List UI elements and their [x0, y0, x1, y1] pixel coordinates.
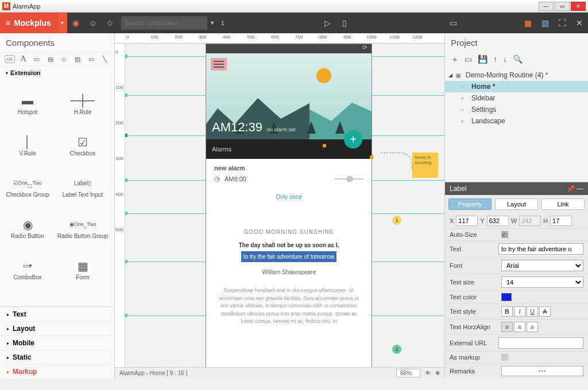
star-icon[interactable]: ☆ [102, 13, 119, 33]
window-close-button[interactable]: ✕ [571, 2, 586, 11]
design-canvas[interactable]: ⟳ AM12:39no alarm set Alarms + new alarm [125, 44, 444, 367]
comp-vrule[interactable]: │V.Rule [0, 124, 55, 166]
text-a-icon[interactable]: A [18, 55, 29, 63]
italic-button[interactable]: I [514, 306, 525, 317]
add-alarm-button[interactable]: + [344, 130, 362, 149]
play-icon[interactable]: ▷ [319, 13, 336, 33]
ok-icon[interactable]: OK [5, 55, 15, 63]
smile-shape-icon[interactable]: ☺ [59, 55, 69, 63]
tab-layout[interactable]: Layout [495, 198, 538, 210]
tab-link[interactable]: Link [541, 198, 585, 210]
cat-text[interactable]: ▸Text [0, 307, 114, 321]
save-icon[interactable]: 💾 [478, 54, 488, 65]
cat-layout[interactable]: ▸Layout [0, 321, 114, 336]
project-panel: Project ＋ ▭ 💾 ↑ ↓ 🔍 ◢▣Demo-Moring Routin… [444, 33, 588, 379]
markup-checkbox[interactable] [501, 354, 508, 361]
pan-icon[interactable]: ✥ [435, 370, 440, 376]
bold-button[interactable]: B [501, 306, 513, 317]
url-input[interactable] [498, 337, 583, 349]
properties-title[interactable]: Label📌 — [445, 182, 588, 195]
remarks-button[interactable]: ⋯ [501, 366, 583, 376]
poem-line2-selected[interactable]: to try the fair adventure of tomorrow [241, 251, 336, 262]
comp-checkbox-group[interactable]: ☑ One☐ TwoCheckbox Group [0, 166, 55, 207]
comp-hrule[interactable]: ─┼─H.Rule [55, 83, 110, 124]
tab-property[interactable]: Property [448, 198, 492, 210]
color-swatch[interactable] [501, 293, 512, 301]
window-minimize-button[interactable]: — [539, 2, 554, 11]
image-shape-icon[interactable]: ▨ [72, 55, 83, 63]
alarm-row[interactable]: new alarm ◷AM8:00 [206, 159, 372, 188]
selection-handle[interactable] [323, 144, 326, 147]
fullscreen-icon[interactable]: ⛶ [554, 13, 571, 33]
smiley-icon[interactable]: ☺ [84, 13, 102, 33]
grid-icon[interactable]: ▦ [519, 13, 536, 33]
textarea-icon[interactable]: ▤ [45, 55, 56, 63]
align-left-button[interactable]: ≡ [501, 322, 513, 332]
button-shape-icon[interactable]: ▭ [86, 55, 96, 63]
sticky-note[interactable]: Move th scrolling [412, 153, 438, 178]
project-tree: ◢▣Demo-Moring Routine (4) * ▫Home * ▫Sid… [445, 69, 588, 127]
comp-label-input[interactable]: Label ▯Label Text Input [55, 166, 110, 207]
brand-button[interactable]: ≡ Mockplus [0, 13, 57, 33]
alarm-time: AM8:00 [225, 176, 246, 182]
cube-icon[interactable]: ◉ [67, 13, 84, 33]
pin-icon[interactable]: 📌 [567, 185, 575, 193]
tree-page-sidebar[interactable]: ▫Sidebar [445, 92, 588, 104]
menu-button[interactable] [211, 58, 227, 71]
extension-section[interactable]: ▾Extension [0, 66, 114, 80]
comp-combobox[interactable]: ▭▾ComboBox [0, 248, 55, 290]
marker-1[interactable]: 1 [392, 216, 401, 225]
line-shape-icon[interactable]: ╲ [99, 55, 110, 63]
close-panel-icon[interactable]: ✕ [571, 13, 588, 33]
alarm-slider[interactable] [335, 178, 363, 180]
font-select[interactable]: Arial [501, 260, 583, 271]
ruler-horizontal[interactable]: 0100200300400500600700800900100011001200 [115, 33, 444, 44]
text-input[interactable] [498, 243, 583, 255]
down-icon[interactable]: ↓ [503, 54, 507, 65]
up-icon[interactable]: ↑ [493, 54, 497, 65]
alarms-header: Alarms + [206, 139, 372, 159]
add-page-icon[interactable]: ＋ [451, 54, 459, 65]
window-maximize-button[interactable]: ▭ [555, 2, 570, 11]
search-count: 1 [218, 13, 228, 33]
search-dropdown-icon[interactable]: ▼ [207, 13, 218, 33]
align-right-button[interactable]: ≡ [527, 322, 538, 332]
comp-radio-group[interactable]: ◉ One○ TwoRadio Button Group [55, 207, 110, 248]
tree-root[interactable]: ◢▣Demo-Moring Routine (4) * [445, 69, 588, 81]
ruler-vertical[interactable]: 0100200300400500 [115, 44, 125, 367]
autosize-checkbox[interactable]: ✓ [501, 231, 508, 238]
tree-page-landscape[interactable]: ▫Landscape [445, 115, 588, 127]
tree-page-settings[interactable]: ▫Settings [445, 104, 588, 115]
marker-2[interactable]: 2 [392, 345, 401, 354]
minimize-panel-icon[interactable]: — [577, 185, 583, 193]
screen-icon[interactable]: ▭ [444, 13, 462, 33]
strike-button[interactable]: A [539, 306, 551, 317]
phone-icon[interactable]: ▯ [336, 13, 353, 33]
align-center-button[interactable]: ≡ [514, 322, 525, 332]
picture-icon[interactable]: ▧ [536, 13, 554, 33]
brand-dropdown[interactable]: ▼ [57, 13, 67, 33]
eye-icon[interactable]: 👁 [425, 370, 431, 376]
cat-markup[interactable]: ▸Markup [0, 364, 114, 379]
comp-checkbox[interactable]: ☑Checkbox [55, 124, 110, 166]
h-input[interactable] [550, 216, 572, 226]
folder-icon[interactable]: ▭ [465, 54, 472, 65]
device-frame[interactable]: ⟳ AM12:39no alarm set Alarms + new alarm [206, 44, 372, 367]
cat-mobile[interactable]: ▸Mobile [0, 336, 114, 350]
zoom-select[interactable]: 66% [396, 369, 420, 377]
selection-handle[interactable] [370, 155, 373, 159]
search-input[interactable] [121, 16, 207, 30]
comp-extra1[interactable]: ▭ [0, 290, 55, 306]
underline-button[interactable]: U [527, 306, 538, 317]
x-input[interactable] [456, 216, 478, 226]
search-project-icon[interactable]: 🔍 [513, 54, 523, 65]
cat-static[interactable]: ▸Static [0, 350, 114, 364]
textfield-icon[interactable]: ▭ [32, 55, 42, 63]
comp-hotspot[interactable]: ▬Hotspot [0, 83, 55, 124]
tree-page-home[interactable]: ▫Home * [445, 81, 588, 92]
comp-radio[interactable]: ◉Radio Button [0, 207, 55, 248]
comp-extra2[interactable]: One│Tw [55, 290, 110, 306]
size-select[interactable]: 14 [501, 276, 583, 288]
y-input[interactable] [487, 216, 509, 226]
comp-form[interactable]: ▦Form [55, 248, 110, 290]
